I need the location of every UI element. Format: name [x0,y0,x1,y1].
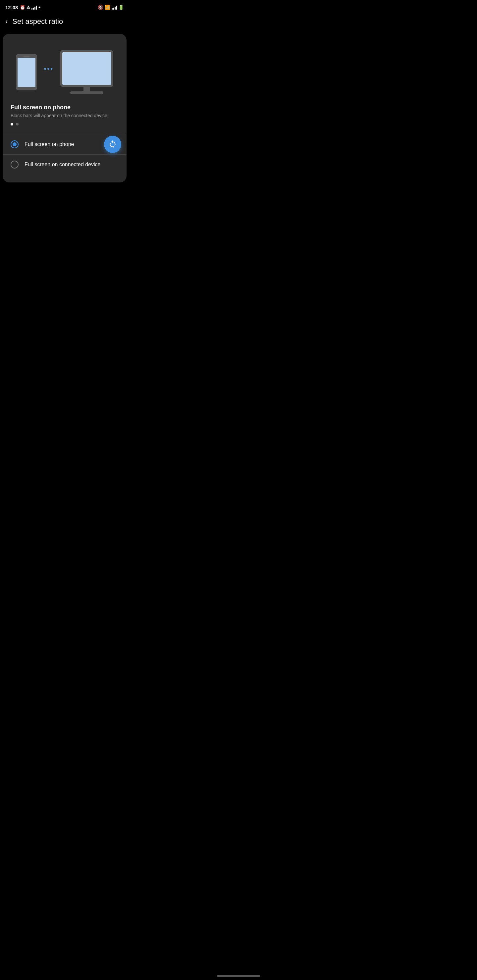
status-right: 🔇 📶 🔋 [98,5,124,10]
main-card: ••• Full screen on phone Black bars will… [3,34,126,183]
phone-illustration [16,54,37,91]
rotate-icon [108,140,117,149]
option-device-label: Full screen on connected device [24,162,119,167]
caption-area: Full screen on phone Black bars will app… [3,104,126,133]
caption-title: Full screen on phone [11,104,119,111]
battery-icon: 🔋 [118,5,124,10]
tv-neck [83,87,90,91]
dot-icon: • [38,4,40,11]
phone-body [16,54,37,91]
page-title: Set aspect ratio [12,17,63,26]
fab-button[interactable] [104,136,121,153]
wifi-icon: 📶 [105,5,110,10]
status-bar: 12:08 ⏰ ⚠ • 🔇 📶 🔋 [0,0,129,13]
status-left: 12:08 ⏰ ⚠ • [5,4,40,11]
signal-icon [32,5,37,10]
connection-dots: ••• [44,65,53,73]
tv-stand [70,87,103,94]
tv-screen [62,52,111,85]
caption-subtitle: Black bars will appear on the connected … [11,113,119,118]
divider-top [3,133,126,133]
mute-icon: 🔇 [98,5,103,10]
radio-inner-dot [13,142,17,146]
header: ‹ Set aspect ratio [0,13,129,31]
phone-notch [24,56,29,57]
pagination-dot-0 [11,123,13,126]
signal-icon-right [112,5,117,10]
pagination-dot-1 [16,123,19,126]
option-full-screen-phone[interactable]: Full screen on phone [3,134,126,154]
time-display: 12:08 [5,5,18,10]
illustration-area: ••• [3,34,126,104]
radio-unselected[interactable] [11,161,19,169]
tv-body [60,50,113,87]
warning-icon: ⚠ [27,5,30,10]
phone-screen [18,58,35,87]
back-button[interactable]: ‹ [5,18,8,25]
tv-illustration [60,50,113,94]
status-icons-left: ⏰ ⚠ • [20,4,40,11]
tv-base [70,91,103,94]
radio-selected[interactable] [11,140,19,148]
alarm-icon: ⏰ [20,5,25,10]
pagination-dots [11,123,119,126]
option-full-screen-device[interactable]: Full screen on connected device [3,154,126,175]
